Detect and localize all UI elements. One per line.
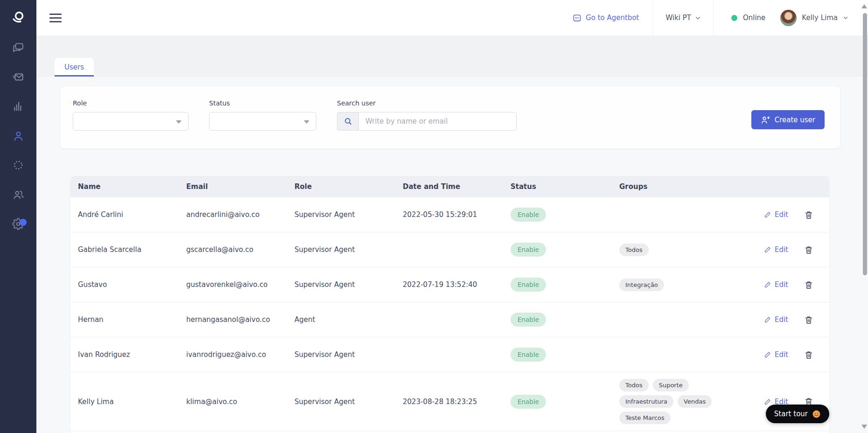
scrollbar-down-arrow[interactable] — [861, 425, 867, 429]
online-dot-icon — [731, 15, 737, 21]
aivo-logo[interactable] — [8, 7, 28, 28]
search-icon — [344, 117, 352, 126]
cell-role: Supervisor Agent — [287, 350, 395, 359]
cell-actions: Edit — [721, 315, 829, 325]
agentbot-icon — [573, 14, 581, 22]
status-badge: Enable — [511, 243, 546, 257]
sidebar-item-conversations[interactable] — [9, 38, 28, 57]
users-table: NameEmailRoleDate and TimeStatusGroups A… — [70, 176, 829, 433]
status-select[interactable] — [209, 112, 316, 131]
go-to-agentbot-link[interactable]: Go to Agentbot — [573, 14, 653, 22]
cell-actions: Edit — [721, 245, 829, 255]
table-body: André Carliniandrecarlini@aivo.coSupervi… — [70, 197, 829, 431]
status-badge: Enable — [511, 278, 546, 292]
pencil-icon — [764, 281, 771, 288]
role-select[interactable] — [73, 112, 189, 131]
sidebar-nav — [9, 38, 28, 233]
group-tag: Vendas — [678, 395, 712, 408]
column-header: Groups — [612, 182, 721, 191]
delete-button[interactable] — [804, 210, 813, 220]
create-user-label: Create user — [775, 116, 815, 124]
edit-label: Edit — [775, 280, 788, 289]
cell-email: gscarcella@aivo.co — [179, 245, 287, 254]
connection-status[interactable]: Online — [714, 14, 780, 22]
edit-label: Edit — [775, 350, 788, 359]
user-name: Kelly Lima — [802, 14, 838, 22]
person-icon — [12, 130, 25, 142]
delete-button[interactable] — [804, 280, 813, 290]
edit-button[interactable]: Edit — [764, 350, 788, 359]
cell-actions: Edit — [721, 210, 829, 220]
table-row: Gabriela Scarcellagscarcella@aivo.coSupe… — [70, 232, 829, 267]
people-icon — [12, 189, 24, 201]
cell-groups: Todos — [612, 237, 721, 263]
column-header: Role — [287, 182, 395, 191]
sidebar-item-teams[interactable] — [9, 185, 28, 204]
search-box — [337, 112, 517, 131]
cell-status: Enable — [503, 348, 612, 362]
delete-button[interactable] — [804, 350, 813, 360]
sidebar-item-campaigns[interactable] — [9, 68, 28, 86]
user-menu[interactable]: Kelly Lima — [780, 10, 868, 26]
scrollbar-up-arrow[interactable] — [861, 4, 867, 8]
status-badge: Enable — [511, 395, 546, 409]
cell-datetime: 2023-08-28 18:23:25 — [395, 398, 503, 406]
trash-icon — [804, 280, 813, 290]
menu-toggle-button[interactable] — [49, 14, 62, 22]
cell-datetime: 2022-05-30 15:29:01 — [395, 210, 503, 219]
column-header: Date and Time — [395, 182, 503, 191]
cell-role: Supervisor Agent — [287, 245, 395, 254]
table-row: André Carliniandrecarlini@aivo.coSupervi… — [70, 197, 829, 232]
scrollbar-thumb[interactable] — [863, 13, 867, 275]
edit-button[interactable]: Edit — [764, 315, 788, 324]
start-tour-button[interactable]: Start tour — [766, 405, 829, 423]
cell-name: Gustavo — [70, 280, 179, 289]
sidebar-item-users[interactable] — [9, 126, 28, 145]
cell-email: gustavorenkel@aivo.co — [179, 280, 287, 289]
cell-groups: TodosSuporteInfraestruturaVendasTeste Ma… — [612, 372, 721, 431]
delete-button[interactable] — [804, 315, 813, 325]
search-input[interactable] — [358, 112, 517, 131]
tab-strip-background — [36, 36, 868, 77]
delete-button[interactable] — [804, 245, 813, 255]
search-icon-box — [337, 112, 358, 131]
status-filter-group: Status — [209, 99, 316, 148]
trash-icon — [804, 245, 813, 255]
sidebar-item-analytics[interactable] — [9, 97, 28, 116]
table-row: Gustavogustavorenkel@aivo.coSupervisor A… — [70, 267, 829, 302]
app-root: Go to Agentbot Wiki PT Online Kelly Lima — [0, 0, 868, 433]
edit-button[interactable]: Edit — [764, 245, 788, 254]
search-label: Search user — [337, 99, 517, 107]
language-selector[interactable]: Wiki PT — [653, 0, 713, 35]
cell-status: Enable — [503, 208, 612, 222]
create-user-button[interactable]: Create user — [751, 110, 825, 129]
cell-name: Kelly Lima — [70, 398, 179, 406]
dropdown-arrow-icon — [304, 120, 309, 124]
tab-users[interactable]: Users — [55, 58, 94, 77]
table-header-row: NameEmailRoleDate and TimeStatusGroups — [70, 176, 829, 197]
cell-email: klima@aivo.co — [179, 398, 287, 406]
sidebar-item-integrations[interactable] — [9, 156, 28, 175]
chevron-down-icon — [695, 15, 701, 21]
avatar — [780, 10, 797, 26]
column-header: Name — [70, 182, 179, 191]
settings-notification-dot — [20, 219, 27, 226]
edit-button[interactable]: Edit — [764, 210, 788, 219]
trash-icon — [804, 350, 813, 360]
edit-label: Edit — [775, 245, 788, 254]
table-row: Ivan Rodriguezivanrodriguez@aivo.coSuper… — [70, 337, 829, 372]
status-badge: Enable — [511, 208, 546, 222]
group-tag: Todos — [619, 379, 649, 391]
group-tag: Suporte — [653, 379, 689, 391]
edit-label: Edit — [775, 210, 788, 219]
cell-status: Enable — [503, 278, 612, 292]
cell-datetime: 2022-07-19 13:52:40 — [395, 280, 503, 289]
filters-card: Role Status Search user — [60, 86, 840, 148]
cell-groups — [612, 208, 721, 221]
trash-icon — [804, 210, 813, 220]
group-tag: Todos — [619, 244, 649, 256]
status-label: Status — [209, 99, 316, 107]
edit-button[interactable]: Edit — [764, 280, 788, 289]
sidebar-item-settings[interactable] — [9, 215, 28, 233]
cell-groups: Integração — [612, 272, 721, 298]
